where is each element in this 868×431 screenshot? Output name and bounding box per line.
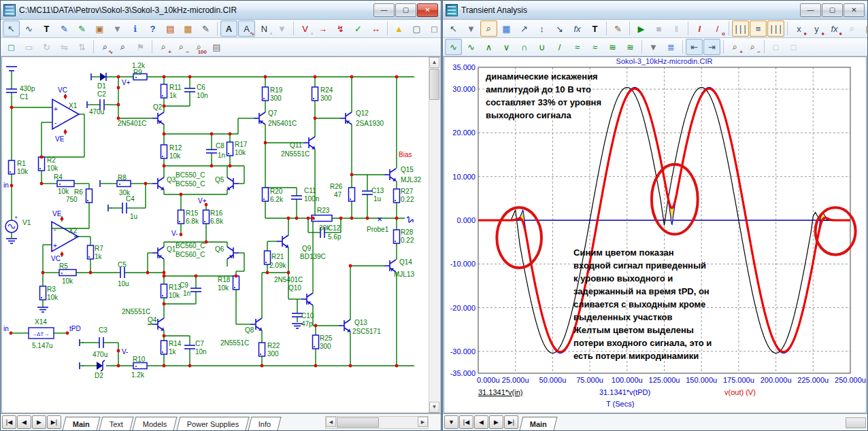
wire-mode-tool-icon[interactable]: ∿ [20, 20, 37, 37]
scroll-up-button[interactable]: ▲ [429, 57, 439, 68]
ruler-toggle-icon[interactable]: ∣∣∣ [767, 20, 784, 37]
page-nav-0[interactable]: |◀ [2, 415, 16, 429]
page-nav-1[interactable]: ◀ [474, 415, 488, 429]
enabled-doc-tool-icon[interactable]: ▤ [162, 20, 179, 37]
bottom-button-icon[interactable]: ≋ [622, 39, 639, 55]
page-nav-2[interactable]: ▶ [32, 415, 46, 429]
pin-voltage-toggle-icon[interactable]: V▫ [297, 20, 314, 37]
help-mode-tool-icon[interactable]: ? [144, 20, 161, 37]
page-nav-3[interactable]: ▶| [504, 415, 518, 429]
find-button-icon[interactable]: ⌕∿ [97, 39, 114, 55]
cursor-left-button-icon[interactable]: ⇤ [686, 39, 703, 55]
flip-horizontal-button-icon[interactable]: ⇋ [56, 39, 73, 55]
stop-button-icon[interactable]: ■ [650, 20, 667, 37]
cursor-x-button-icon[interactable]: x● [790, 20, 807, 37]
node-voltage-toggle-icon[interactable]: A∿ [238, 20, 255, 37]
text-tool-icon[interactable]: T [586, 20, 603, 37]
tab-models[interactable]: Models [133, 417, 178, 430]
crop-box-tool-icon[interactable]: ▭ [20, 39, 37, 55]
tab-main[interactable]: Main [63, 417, 101, 430]
page-nav-2[interactable]: ▶ [489, 415, 503, 429]
tokens-toggle-icon[interactable]: ≡ [750, 20, 767, 37]
select-box-tool-icon[interactable]: ◻ [3, 39, 20, 55]
valley-button-icon[interactable]: ∨ [498, 39, 515, 55]
cursor-y-button-icon[interactable]: y● [808, 20, 825, 37]
page-preview-button-icon[interactable]: ▤ [208, 39, 225, 55]
slope-tool-button-icon[interactable]: / [691, 20, 708, 37]
page-nav-3[interactable]: ▶| [47, 415, 61, 429]
minimize-button[interactable]: — [800, 3, 821, 17]
zoom-in-button-icon[interactable]: ⌕+ [727, 39, 744, 55]
plot-canvas[interactable]: динамические искаженияамплитудой до 10 В… [444, 56, 867, 413]
formula-button-icon[interactable]: fx [569, 20, 586, 37]
tab-power-supplies[interactable]: Power Supplies [176, 417, 249, 430]
schematic-vertical-scrollbar[interactable]: ▲ ▼ [429, 57, 440, 413]
tab-main[interactable]: Main [520, 417, 558, 430]
select-tool-icon[interactable]: ↖ [3, 20, 20, 37]
graphics-line-tool-icon[interactable]: ✎ [56, 20, 73, 37]
tab-text[interactable]: Text [99, 417, 134, 430]
page-nav-1[interactable]: ◀ [17, 415, 31, 429]
properties-button-icon[interactable]: ✎ [610, 20, 627, 37]
pause-button-icon[interactable]: ‖ [668, 20, 685, 37]
auto-scale-both-button-icon[interactable]: ↘ [551, 20, 568, 37]
select-region-button-icon[interactable]: ◻ [426, 20, 443, 37]
scroll-thumb[interactable] [429, 69, 439, 100]
run-button-icon[interactable]: ▶ [633, 20, 650, 37]
top-button-icon[interactable]: ≋ [604, 39, 621, 55]
zoom-off-button-icon[interactable]: ⌕ [844, 20, 861, 37]
component-picture-tool-icon[interactable]: ▣ [91, 20, 108, 37]
display-dropdown-icon[interactable]: ▼ [273, 20, 290, 37]
transient-titlebar[interactable]: Transient Analysis — ▢ ✕ [443, 1, 867, 20]
scroll-down-button[interactable]: ▼ [429, 402, 439, 413]
cursor-right-button-icon[interactable]: ⇥ [703, 39, 720, 55]
page-nav-0[interactable]: |◀ [459, 415, 473, 429]
cursor-mode-interp-icon[interactable]: ∿ [463, 39, 480, 55]
pin-current-toggle-icon[interactable]: → [314, 20, 331, 37]
numeric-output-button-icon[interactable]: ≣ [663, 39, 680, 55]
text-tool-icon[interactable]: T [38, 20, 55, 37]
data-points-toggle-icon[interactable]: ∣∣∣ [732, 20, 749, 37]
zoom-in-button-icon[interactable]: ⌕+ [155, 39, 172, 55]
tab-info[interactable]: Info [248, 417, 282, 430]
gmin-button-icon[interactable]: ≈ [586, 39, 603, 55]
pin-condition-toggle-icon[interactable]: ✓ [350, 20, 367, 37]
front-button-icon[interactable]: □ [767, 39, 784, 55]
auto-scale-x-button-icon[interactable]: ↗ [516, 20, 533, 37]
minimize-button[interactable]: — [373, 3, 395, 17]
trace-dropdown-button[interactable]: ▼ [444, 415, 458, 429]
auto-scale-y-button-icon[interactable]: ↕ [533, 20, 550, 37]
scroll-thumb[interactable] [337, 417, 379, 428]
zoom-out-button-icon[interactable]: ⌕− [173, 39, 190, 55]
probe-pen-tool-icon[interactable]: ✎ [73, 20, 90, 37]
info-tool-icon[interactable]: ℹ [127, 20, 144, 37]
flip-vertical-button-icon[interactable]: ⇅ [73, 39, 90, 55]
warning-indicator-icon[interactable]: ▲ [390, 20, 407, 37]
schematic-titlebar[interactable]: C:\MC11\DATA\Petrov\Sokol-3\Sokol-3_10kH… [1, 1, 441, 20]
peak-button-icon[interactable]: ∧ [480, 39, 497, 55]
close-button[interactable]: ✕ [844, 3, 865, 17]
clipboard-dropdown-icon[interactable]: ▼ [645, 39, 662, 55]
close-button[interactable]: ✕ [417, 3, 438, 17]
select-tool-icon[interactable]: ↖ [445, 20, 462, 37]
inflection-button-icon[interactable]: / [551, 39, 568, 55]
cursor-fx-button-icon[interactable]: fx● [826, 20, 843, 37]
low-button-icon[interactable]: ∪ [533, 39, 550, 55]
edit-button-icon[interactable]: ▦ [861, 20, 868, 37]
window-split-tool-icon[interactable]: ▦ [180, 20, 197, 37]
zoom-100-button-icon[interactable]: ⌕100 [190, 39, 207, 55]
schematic-horizontal-scrollbar[interactable]: ◀ ▶ [325, 416, 429, 429]
zoom-out-button-icon[interactable]: ⌕− [744, 39, 761, 55]
find-component-dropdown-icon[interactable]: ▼ [109, 20, 126, 37]
graph-properties-button-icon[interactable]: ▦ [498, 20, 515, 37]
annotate-tool-icon[interactable]: ✎ [197, 20, 214, 37]
copy-dropdown-icon[interactable]: ▼ [463, 20, 480, 37]
pin-connection-toggle-icon[interactable]: ↔ [367, 20, 384, 37]
goto-flag-button-icon[interactable]: ⚑ [132, 39, 149, 55]
scale-mode-button-icon[interactable]: ⌕ [480, 20, 497, 37]
maximize-button[interactable]: ▢ [822, 3, 843, 17]
find-next-button-icon[interactable]: ⌕ [114, 39, 131, 55]
maximize-button[interactable]: ▢ [395, 3, 416, 17]
new-doc-button-icon[interactable]: ▢ [408, 20, 425, 37]
slope-circle-button-icon[interactable]: /o [709, 20, 726, 37]
